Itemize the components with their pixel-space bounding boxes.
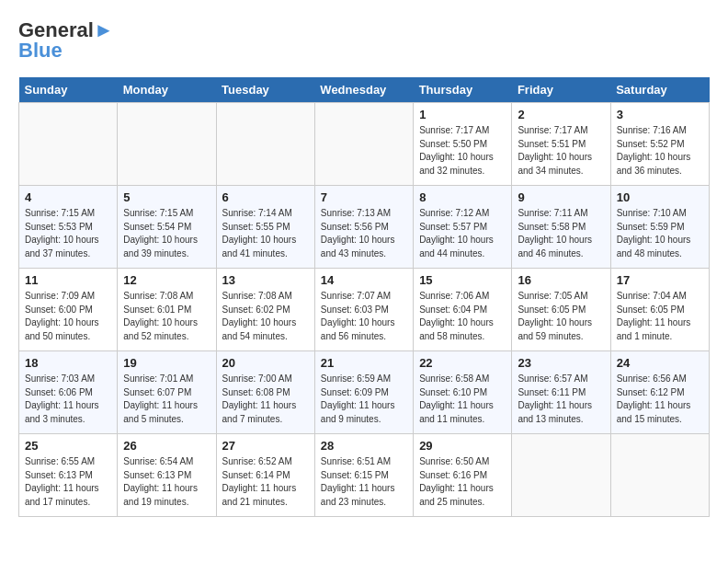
calendar-cell: 5Sunrise: 7:15 AM Sunset: 5:54 PM Daylig… xyxy=(118,186,216,269)
day-number: 4 xyxy=(25,190,111,204)
day-info: Sunrise: 6:56 AM Sunset: 6:12 PM Dayligh… xyxy=(617,373,703,426)
page-header: General► Blue xyxy=(18,18,710,63)
day-number: 12 xyxy=(123,273,210,287)
day-number: 6 xyxy=(222,190,309,204)
calendar-cell: 21Sunrise: 6:59 AM Sunset: 6:09 PM Dayli… xyxy=(314,351,413,434)
calendar-cell: 27Sunrise: 6:52 AM Sunset: 6:14 PM Dayli… xyxy=(216,434,314,517)
calendar-header-thursday: Thursday xyxy=(414,77,512,103)
day-info: Sunrise: 7:16 AM Sunset: 5:52 PM Dayligh… xyxy=(617,124,703,178)
calendar-cell: 11Sunrise: 7:09 AM Sunset: 6:00 PM Dayli… xyxy=(19,269,118,351)
calendar-cell: 26Sunrise: 6:54 AM Sunset: 6:13 PM Dayli… xyxy=(118,434,216,517)
day-info: Sunrise: 7:15 AM Sunset: 5:54 PM Dayligh… xyxy=(123,207,210,260)
day-number: 23 xyxy=(518,356,604,370)
day-info: Sunrise: 6:59 AM Sunset: 6:09 PM Dayligh… xyxy=(321,373,407,426)
day-info: Sunrise: 7:06 AM Sunset: 6:04 PM Dayligh… xyxy=(419,290,506,343)
day-number: 29 xyxy=(419,439,506,453)
calendar-cell: 18Sunrise: 7:03 AM Sunset: 6:06 PM Dayli… xyxy=(19,351,118,434)
day-number: 10 xyxy=(617,190,703,204)
calendar-cell: 6Sunrise: 7:14 AM Sunset: 5:55 PM Daylig… xyxy=(216,186,314,269)
calendar-header-sunday: Sunday xyxy=(19,77,118,103)
calendar-header-saturday: Saturday xyxy=(610,77,709,103)
day-info: Sunrise: 6:54 AM Sunset: 6:13 PM Dayligh… xyxy=(123,455,210,509)
calendar-cell: 8Sunrise: 7:12 AM Sunset: 5:57 PM Daylig… xyxy=(414,186,512,269)
day-info: Sunrise: 7:08 AM Sunset: 6:02 PM Dayligh… xyxy=(222,290,309,343)
calendar-week-3: 11Sunrise: 7:09 AM Sunset: 6:00 PM Dayli… xyxy=(19,269,710,351)
day-number: 20 xyxy=(222,356,309,370)
calendar-cell: 15Sunrise: 7:06 AM Sunset: 6:04 PM Dayli… xyxy=(414,269,512,351)
calendar-cell: 3Sunrise: 7:16 AM Sunset: 5:52 PM Daylig… xyxy=(610,103,709,186)
day-number: 17 xyxy=(617,273,703,287)
calendar-cell: 23Sunrise: 6:57 AM Sunset: 6:11 PM Dayli… xyxy=(512,351,610,434)
day-info: Sunrise: 7:04 AM Sunset: 6:05 PM Dayligh… xyxy=(617,290,703,343)
day-info: Sunrise: 6:50 AM Sunset: 6:16 PM Dayligh… xyxy=(419,455,506,509)
day-info: Sunrise: 7:08 AM Sunset: 6:01 PM Dayligh… xyxy=(123,290,210,343)
day-info: Sunrise: 7:01 AM Sunset: 6:07 PM Dayligh… xyxy=(123,373,210,426)
day-info: Sunrise: 7:09 AM Sunset: 6:00 PM Dayligh… xyxy=(25,290,111,343)
calendar-cell: 2Sunrise: 7:17 AM Sunset: 5:51 PM Daylig… xyxy=(512,103,610,186)
day-number: 15 xyxy=(419,273,506,287)
day-info: Sunrise: 6:55 AM Sunset: 6:13 PM Dayligh… xyxy=(25,455,111,509)
calendar-week-1: 1Sunrise: 7:17 AM Sunset: 5:50 PM Daylig… xyxy=(19,103,710,186)
calendar-cell xyxy=(314,103,413,186)
day-info: Sunrise: 7:05 AM Sunset: 6:05 PM Dayligh… xyxy=(518,290,604,343)
day-number: 25 xyxy=(25,439,111,453)
calendar-cell: 9Sunrise: 7:11 AM Sunset: 5:58 PM Daylig… xyxy=(512,186,610,269)
day-info: Sunrise: 6:51 AM Sunset: 6:15 PM Dayligh… xyxy=(321,455,407,509)
day-number: 5 xyxy=(123,190,210,204)
day-info: Sunrise: 6:57 AM Sunset: 6:11 PM Dayligh… xyxy=(518,373,604,426)
day-number: 11 xyxy=(25,273,111,287)
calendar-week-4: 18Sunrise: 7:03 AM Sunset: 6:06 PM Dayli… xyxy=(19,351,710,434)
day-number: 22 xyxy=(419,356,506,370)
day-info: Sunrise: 7:12 AM Sunset: 5:57 PM Dayligh… xyxy=(419,207,506,260)
calendar-cell: 14Sunrise: 7:07 AM Sunset: 6:03 PM Dayli… xyxy=(314,269,413,351)
calendar-cell xyxy=(19,103,118,186)
calendar-header-row: SundayMondayTuesdayWednesdayThursdayFrid… xyxy=(19,77,710,103)
day-info: Sunrise: 7:17 AM Sunset: 5:50 PM Dayligh… xyxy=(419,124,506,178)
calendar-week-5: 25Sunrise: 6:55 AM Sunset: 6:13 PM Dayli… xyxy=(19,434,710,517)
day-info: Sunrise: 6:58 AM Sunset: 6:10 PM Dayligh… xyxy=(419,373,506,426)
day-info: Sunrise: 7:03 AM Sunset: 6:06 PM Dayligh… xyxy=(25,373,111,426)
calendar-cell: 17Sunrise: 7:04 AM Sunset: 6:05 PM Dayli… xyxy=(610,269,709,351)
calendar-week-2: 4Sunrise: 7:15 AM Sunset: 5:53 PM Daylig… xyxy=(19,186,710,269)
calendar-cell: 22Sunrise: 6:58 AM Sunset: 6:10 PM Dayli… xyxy=(414,351,512,434)
day-info: Sunrise: 6:52 AM Sunset: 6:14 PM Dayligh… xyxy=(222,455,309,509)
day-info: Sunrise: 7:14 AM Sunset: 5:55 PM Dayligh… xyxy=(222,207,309,260)
calendar-header-wednesday: Wednesday xyxy=(314,77,413,103)
calendar-cell: 13Sunrise: 7:08 AM Sunset: 6:02 PM Dayli… xyxy=(216,269,314,351)
calendar-cell xyxy=(216,103,314,186)
calendar-cell: 25Sunrise: 6:55 AM Sunset: 6:13 PM Dayli… xyxy=(19,434,118,517)
day-number: 2 xyxy=(518,108,604,121)
day-info: Sunrise: 7:10 AM Sunset: 5:59 PM Dayligh… xyxy=(617,207,703,260)
calendar-cell: 20Sunrise: 7:00 AM Sunset: 6:08 PM Dayli… xyxy=(216,351,314,434)
calendar-cell xyxy=(118,103,216,186)
day-number: 7 xyxy=(321,190,407,204)
day-info: Sunrise: 7:07 AM Sunset: 6:03 PM Dayligh… xyxy=(321,290,407,343)
day-number: 13 xyxy=(222,273,309,287)
calendar-header-monday: Monday xyxy=(118,77,216,103)
day-number: 16 xyxy=(518,273,604,287)
calendar-cell: 28Sunrise: 6:51 AM Sunset: 6:15 PM Dayli… xyxy=(314,434,413,517)
logo-blue-text: Blue xyxy=(18,39,63,63)
day-number: 14 xyxy=(321,273,407,287)
logo: General► Blue xyxy=(18,18,114,63)
day-number: 27 xyxy=(222,439,309,453)
calendar-cell: 10Sunrise: 7:10 AM Sunset: 5:59 PM Dayli… xyxy=(610,186,709,269)
day-info: Sunrise: 7:17 AM Sunset: 5:51 PM Dayligh… xyxy=(518,124,604,178)
calendar-header-friday: Friday xyxy=(512,77,610,103)
calendar-cell: 24Sunrise: 6:56 AM Sunset: 6:12 PM Dayli… xyxy=(610,351,709,434)
day-number: 28 xyxy=(321,439,407,453)
day-number: 9 xyxy=(518,190,604,204)
day-number: 8 xyxy=(419,190,506,204)
day-number: 24 xyxy=(617,356,703,370)
calendar-cell xyxy=(512,434,610,517)
day-number: 3 xyxy=(617,108,703,121)
calendar-cell: 4Sunrise: 7:15 AM Sunset: 5:53 PM Daylig… xyxy=(19,186,118,269)
day-info: Sunrise: 7:13 AM Sunset: 5:56 PM Dayligh… xyxy=(321,207,407,260)
day-number: 21 xyxy=(321,356,407,370)
calendar-cell: 16Sunrise: 7:05 AM Sunset: 6:05 PM Dayli… xyxy=(512,269,610,351)
calendar-cell: 7Sunrise: 7:13 AM Sunset: 5:56 PM Daylig… xyxy=(314,186,413,269)
day-number: 19 xyxy=(123,356,210,370)
day-number: 18 xyxy=(25,356,111,370)
day-info: Sunrise: 7:00 AM Sunset: 6:08 PM Dayligh… xyxy=(222,373,309,426)
day-number: 1 xyxy=(419,108,506,121)
